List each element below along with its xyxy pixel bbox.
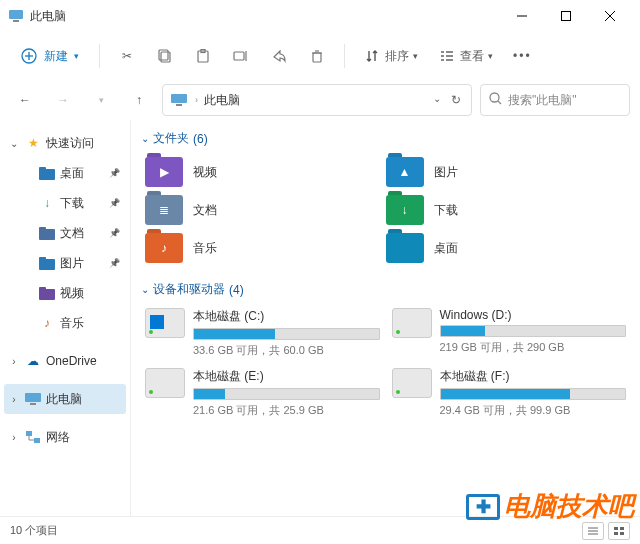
share-button[interactable]: [262, 38, 296, 74]
drive-item[interactable]: 本地磁盘 (E:)21.6 GB 可用，共 25.9 GB: [145, 368, 380, 418]
svg-rect-3: [562, 12, 571, 21]
pin-icon: 📌: [109, 198, 120, 208]
folder-item[interactable]: ▶视频: [145, 157, 386, 187]
delete-button[interactable]: [300, 38, 334, 74]
sidebar-item-download[interactable]: ↓下载📌: [18, 188, 126, 218]
svg-rect-47: [614, 532, 618, 535]
folder-icon: ▶: [145, 157, 183, 187]
folder-item[interactable]: ↓下载: [386, 195, 627, 225]
forward-button[interactable]: →: [48, 85, 78, 115]
sidebar-item-label: 下载: [60, 195, 105, 212]
drives-group-count: (4): [229, 283, 244, 297]
more-button[interactable]: •••: [505, 38, 540, 74]
folder-icon: ♪: [145, 233, 183, 263]
up-button[interactable]: ↑: [124, 85, 154, 115]
chevron-down-icon[interactable]: ⌄: [433, 93, 441, 107]
sidebar-item-picture[interactable]: 图片📌: [18, 248, 126, 278]
drive-item[interactable]: Windows (D:)219 GB 可用，共 290 GB: [392, 308, 627, 358]
drive-item[interactable]: 本地磁盘 (F:)29.4 GB 可用，共 99.9 GB: [392, 368, 627, 418]
sidebar-item-label: 音乐: [60, 315, 122, 332]
folder-item[interactable]: ▲图片: [386, 157, 627, 187]
sidebar-item-label: 文档: [60, 225, 105, 242]
sidebar-item-label: 桌面: [60, 165, 105, 182]
chevron-down-icon: ▾: [413, 51, 418, 61]
folder-item[interactable]: ≣文档: [145, 195, 386, 225]
sidebar-item-label: 视频: [60, 285, 122, 302]
folder-item[interactable]: 桌面: [386, 233, 627, 263]
folder-label: 文档: [193, 202, 217, 219]
chevron-right-icon: ›: [195, 95, 198, 105]
search-icon: [489, 92, 502, 108]
item-count: 10 个项目: [10, 523, 58, 538]
sidebar-onedrive[interactable]: › ☁ OneDrive: [4, 346, 126, 376]
more-icon: •••: [513, 49, 532, 63]
svg-rect-24: [171, 94, 187, 103]
view-button[interactable]: 查看 ▾: [430, 38, 501, 74]
drives-group-header[interactable]: ⌄ 设备和驱动器 (4): [137, 275, 634, 304]
paste-icon: [194, 47, 212, 65]
folders-group-header[interactable]: ⌄ 文件夹 (6): [137, 124, 634, 153]
sort-icon: [363, 47, 381, 65]
sidebar-network[interactable]: › 网络: [4, 422, 126, 452]
rename-button[interactable]: [224, 38, 258, 74]
drive-name: Windows (D:): [440, 308, 627, 322]
usage-bar: [193, 388, 380, 400]
usage-bar: [440, 325, 627, 337]
plus-circle-icon: [20, 47, 38, 65]
new-button[interactable]: 新建 ▾: [10, 38, 89, 74]
window-title: 此电脑: [30, 8, 500, 25]
chevron-down-icon: ▾: [488, 51, 493, 61]
titlebar: 此电脑: [0, 0, 640, 32]
folder-icon: [386, 233, 424, 263]
folder-label: 桌面: [434, 240, 458, 257]
svg-point-26: [490, 93, 499, 102]
refresh-button[interactable]: ↻: [451, 93, 461, 107]
details-view-button[interactable]: [582, 522, 604, 540]
thispc-icon: [24, 390, 42, 408]
svg-rect-37: [30, 403, 36, 405]
drive-name: 本地磁盘 (F:): [440, 368, 627, 385]
sidebar-item-label: 图片: [60, 255, 105, 272]
folder-item[interactable]: ♪音乐: [145, 233, 386, 263]
tiles-view-button[interactable]: [608, 522, 630, 540]
copy-button[interactable]: [148, 38, 182, 74]
maximize-button[interactable]: [544, 1, 588, 31]
drive-icon: [392, 308, 432, 338]
sidebar-item-video[interactable]: 视频: [18, 278, 126, 308]
search-box[interactable]: 搜索"此电脑": [480, 84, 630, 116]
svg-rect-39: [34, 438, 40, 443]
sort-button[interactable]: 排序 ▾: [355, 38, 426, 74]
close-button[interactable]: [588, 1, 632, 31]
drive-icon: [145, 368, 185, 398]
svg-rect-35: [39, 287, 46, 291]
quick-access[interactable]: ⌄ ★ 快速访问: [4, 128, 126, 158]
chevron-right-icon: ›: [8, 394, 20, 405]
folder-icon: ≣: [145, 195, 183, 225]
chevron-right-icon: ›: [8, 432, 20, 443]
share-icon: [270, 47, 288, 65]
recent-button[interactable]: ▾: [86, 85, 116, 115]
chevron-down-icon: ⌄: [141, 133, 149, 144]
svg-rect-0: [9, 10, 23, 19]
sidebar-thispc[interactable]: › 此电脑: [4, 384, 126, 414]
pin-icon: 📌: [109, 168, 120, 178]
folder-label: 视频: [193, 164, 217, 181]
sidebar-item-desktop[interactable]: 桌面📌: [18, 158, 126, 188]
cut-button[interactable]: ✂: [110, 38, 144, 74]
pin-icon: 📌: [109, 258, 120, 268]
star-icon: ★: [24, 134, 42, 152]
address-text: 此电脑: [204, 92, 427, 109]
address-bar[interactable]: › 此电脑 ⌄ ↻: [162, 84, 472, 116]
minimize-button[interactable]: [500, 1, 544, 31]
back-button[interactable]: ←: [10, 85, 40, 115]
usage-bar: [193, 328, 380, 340]
drive-item[interactable]: 本地磁盘 (C:)33.6 GB 可用，共 60.0 GB: [145, 308, 380, 358]
sidebar-item-music[interactable]: ♪音乐: [18, 308, 126, 338]
paste-button[interactable]: [186, 38, 220, 74]
desktop-icon: [38, 164, 56, 182]
svg-rect-1: [13, 20, 19, 22]
drive-icon: [145, 308, 185, 338]
search-placeholder: 搜索"此电脑": [508, 92, 577, 109]
drive-name: 本地磁盘 (C:): [193, 308, 380, 325]
sidebar-item-doc[interactable]: 文档📌: [18, 218, 126, 248]
